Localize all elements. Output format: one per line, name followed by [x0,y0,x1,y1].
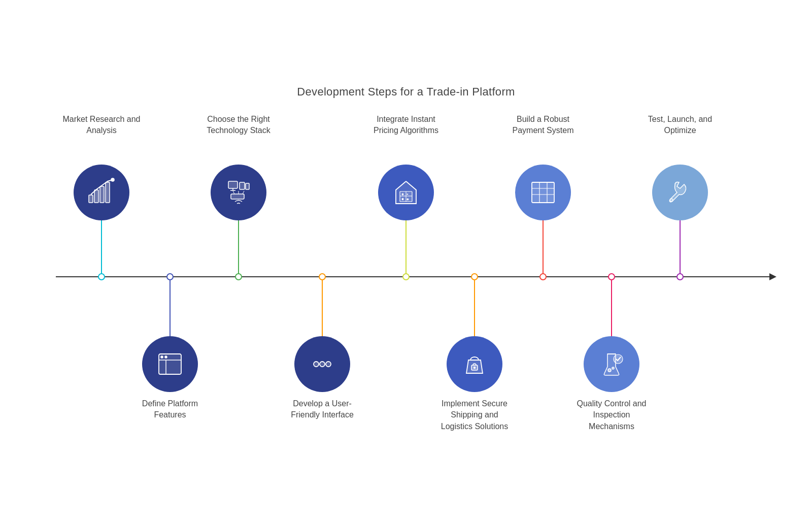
svg-line-13 [243,191,244,194]
svg-point-31 [165,356,167,358]
label-pricing: Integrate Instant Pricing Algorithms [365,114,447,137]
features-icon [155,349,185,379]
ui-icon [307,349,337,379]
connector-pricing [405,220,407,276]
page-title: Development Steps for a Trade-in Platfor… [297,85,515,99]
dot-shipping [471,273,478,280]
dot-market-research [98,273,105,280]
svg-rect-9 [246,183,249,189]
circle-quality [584,336,639,392]
svg-rect-1 [94,190,98,203]
label-ui: Develop a User-Friendly Interface [282,398,363,421]
launch-icon [665,177,695,208]
svg-text:×: × [402,198,403,201]
svg-rect-0 [89,195,93,203]
svg-point-4 [111,178,114,181]
svg-point-38 [608,369,611,372]
label-market-research: Market Research and Analysis [61,114,142,137]
label-tech-stack: Choose the Right Technology Stack [198,114,279,137]
svg-rect-8 [240,182,245,189]
label-platform-features: Define Platform Features [129,398,211,421]
circle-pricing: + - × ÷ [378,165,434,220]
dot-launch [676,273,684,280]
svg-point-36 [474,367,476,369]
circle-launch [652,165,708,220]
label-quality: Quality Control and Inspection Mechanism… [571,398,652,432]
tech-icon [223,177,254,208]
dot-payment [539,273,547,280]
connector-platform-features [170,280,171,336]
circle-market-research [74,165,129,220]
label-shipping: Implement Secure Shipping and Logistics … [434,398,515,432]
svg-rect-10 [231,194,244,199]
svg-point-34 [326,362,331,367]
dot-platform-features [166,273,174,280]
dot-quality [608,273,615,280]
svg-line-11 [233,191,234,194]
label-payment: Build a Robust Payment System [502,114,584,137]
shipping-icon [459,349,490,379]
svg-text:+: + [402,192,403,196]
market-icon [86,177,117,208]
circle-payment [515,165,571,220]
circle-shipping [447,336,502,392]
circle-tech-stack [211,165,266,220]
svg-rect-5 [228,181,238,188]
svg-rect-21 [532,182,554,203]
axis-line [56,276,771,277]
svg-text:÷: ÷ [407,198,409,201]
label-launch: Test, Launch, and Optimize [639,114,721,137]
circle-platform-features [142,336,198,392]
connector-payment [543,220,544,276]
connector-quality [611,280,612,336]
dot-tech-stack [235,273,242,280]
svg-point-39 [612,367,614,369]
connector-launch [680,220,681,276]
svg-point-32 [314,362,319,367]
svg-point-33 [320,362,325,367]
payment-icon [528,177,558,208]
svg-rect-2 [100,186,104,203]
timeline: Market Research and Analysis Choose the … [25,129,787,434]
quality-icon [596,349,627,379]
connector-tech-stack [238,220,239,276]
dot-pricing [402,273,410,280]
circle-ui [294,336,350,392]
connector-shipping [474,280,475,336]
dot-ui [319,273,326,280]
svg-point-30 [161,356,163,358]
svg-point-26 [670,199,673,202]
connector-market-research [101,220,102,276]
connector-ui [322,280,323,336]
svg-point-40 [614,354,623,364]
pricing-icon: + - × ÷ [391,177,421,208]
svg-rect-3 [106,182,110,203]
